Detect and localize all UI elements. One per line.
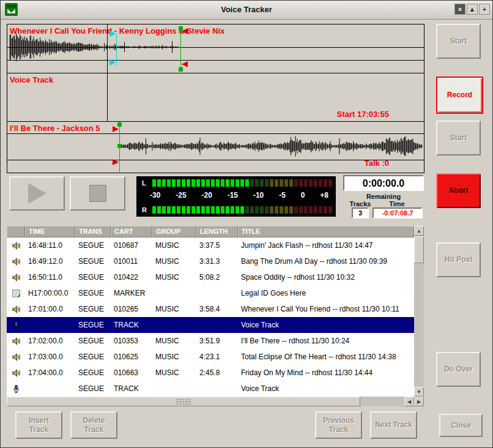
insert-track-button[interactable]: Insert Track [15,411,62,439]
row-trans: SEGUE [75,321,111,329]
start-marker-icon[interactable] [113,159,119,165]
stop-button[interactable] [70,176,125,211]
log-table: TIME TRANS CART GROUP LENGTH TITLE 16:48… [7,226,424,406]
header-icon-column[interactable] [7,226,25,237]
table-row[interactable]: H17:00:00.0 SEGUE MARKER Legal ID Goes H… [7,285,414,301]
header-cart[interactable]: CART [111,226,152,237]
row-title: Voice Track [238,384,414,393]
waveform-panel-next-track[interactable]: I'll Be There - Jackson 5 Talk :0 [7,122,424,172]
row-trans: SEGUE [75,305,111,313]
start-marker-handle[interactable] [117,144,122,148]
previous-track-button[interactable]: Previous Track [315,411,362,439]
close-button[interactable]: Close [439,414,483,437]
hit-post-button[interactable]: Hit Post [436,242,481,277]
waveform-panel-voice-track[interactable]: Voice Track Start 17:03:55 [7,73,424,122]
row-type-icon [7,257,25,266]
talk-marker-icon[interactable] [109,31,116,37]
speaker-icon [12,353,21,362]
row-group: MUSIC [152,273,196,282]
horizontal-scrollbar[interactable]: ◀ ▶ [7,397,424,406]
play-icon [28,183,46,204]
play-button[interactable] [9,176,65,211]
header-group[interactable]: GROUP [152,226,196,237]
row-length: 5:08.2 [196,273,238,282]
microphone-icon [12,384,21,394]
row-group: MUSIC [152,337,196,345]
scroll-left-icon[interactable]: ◀ [404,397,414,406]
horizontal-scroll-thumb[interactable] [7,397,360,406]
table-row[interactable]: SEGUE TRACK Voice Track [7,317,414,333]
do-over-button[interactable]: Do Over [436,352,481,387]
close-icon[interactable]: × [454,4,465,15]
next-track-button[interactable]: Next Track [370,411,417,439]
header-time[interactable]: TIME [25,226,75,237]
thumb-grip [176,399,191,405]
row-cart: 010353 [111,337,152,345]
row-time: 17:04:00.0 [25,368,75,377]
start-button-2[interactable]: Start [436,121,481,155]
row-title: Friday On My Mind -- rdhost 11/30 14:44 [238,368,414,377]
marker-icon [12,289,21,298]
row-type-icon [7,368,25,378]
row-cart: 010265 [111,305,152,313]
window-title: Voice Tracker [1,1,492,19]
record-button[interactable]: Record [436,77,483,114]
segue-marker-line[interactable] [180,26,181,72]
grid-line [7,133,424,134]
stop-icon [89,185,106,202]
row-cart: 010687 [111,241,152,250]
row-title: I'll Be There -- rdhost 11/30 10:24 [238,337,414,345]
header-trans[interactable]: TRANS [75,226,111,237]
header-title[interactable]: TITLE [238,226,414,237]
row-cart: TRACK [111,321,152,329]
vertical-scrollbar[interactable]: ▲ ▼ [414,226,424,397]
table-row[interactable]: 16:49:12.0 SEGUE 010011 MUSIC 3:31.3 Ban… [7,253,414,269]
scroll-down-icon[interactable]: ▼ [414,387,424,397]
talk-marker-line[interactable] [116,34,117,66]
row-trans: SEGUE [75,257,111,266]
tracks-label: Tracks [347,200,374,207]
meter-scale: -30 -25 -20 -15 -10 -5 0 +8 [150,191,328,200]
row-title: Bang The Drum All Day -- rdhost 11/30 09… [238,257,414,266]
table-row[interactable]: 16:50:11.0 SEGUE 010422 MUSIC 5:08.2 Spa… [7,269,414,285]
maximize-icon[interactable]: ▲ [467,4,478,15]
row-type-icon [7,321,25,330]
abort-button[interactable]: Abort [436,173,481,208]
table-row[interactable]: 17:04:00.0 SEGUE 010663 MUSIC 2:45.8 Fri… [7,365,414,381]
row-trans: SEGUE [75,241,111,250]
track-title: Whenever I Call You Friend - Kenny Loggi… [10,26,224,35]
row-trans: SEGUE [75,384,111,393]
table-row[interactable]: 16:48:11.0 SEGUE 010687 MUSIC 3:37.5 Jum… [7,237,414,253]
scroll-up-icon[interactable]: ▲ [414,226,424,236]
row-type-icon [7,305,25,314]
row-cart: 010422 [111,273,152,282]
table-row[interactable]: 17:02:00.0 SEGUE 010353 MUSIC 3:51.9 I'l… [7,333,414,349]
row-length: 4:23.1 [196,353,238,361]
end-marker-icon[interactable] [182,61,188,67]
start-marker-icon[interactable] [113,126,119,132]
row-trans: SEGUE [75,353,111,361]
titlebar[interactable]: Voice Tracker × ▲ + [1,1,492,20]
row-title: Whenever I Call You Friend -- rdhost 11/… [238,305,414,313]
menu-icon[interactable]: + [479,4,490,15]
table-row[interactable]: SEGUE TRACK Voice Track [7,381,414,397]
scroll-right-icon[interactable]: ▶ [414,397,424,406]
row-cart: TRACK [111,384,152,393]
segue-marker-handle[interactable] [179,67,183,72]
waveform-panel-previous-track[interactable]: Whenever I Call You Friend - Kenny Loggi… [7,24,424,73]
meter-left-label: L [142,179,146,187]
row-length: 3:37.5 [196,241,238,250]
vertical-scroll-thumb[interactable] [414,236,424,263]
row-group: MUSIC [152,353,196,361]
start-button-1[interactable]: Start [436,24,481,59]
table-row[interactable]: 17:03:00.0 SEGUE 010625 MUSIC 4:23.1 Tot… [7,349,414,365]
row-group: MUSIC [152,257,196,266]
end-marker-icon[interactable] [182,28,188,34]
delete-track-button[interactable]: Delete Track [70,411,117,439]
speaker-icon [12,337,21,346]
talk-marker-icon[interactable] [109,59,116,65]
elapsed-time-display: 0:00:00.0 [343,175,424,191]
header-length[interactable]: LENGTH [196,226,238,237]
start-time-label: Start 17:03:55 [337,110,389,119]
table-row[interactable]: 17:01:00.0 SEGUE 010265 MUSIC 3:58.4 Whe… [7,301,414,317]
